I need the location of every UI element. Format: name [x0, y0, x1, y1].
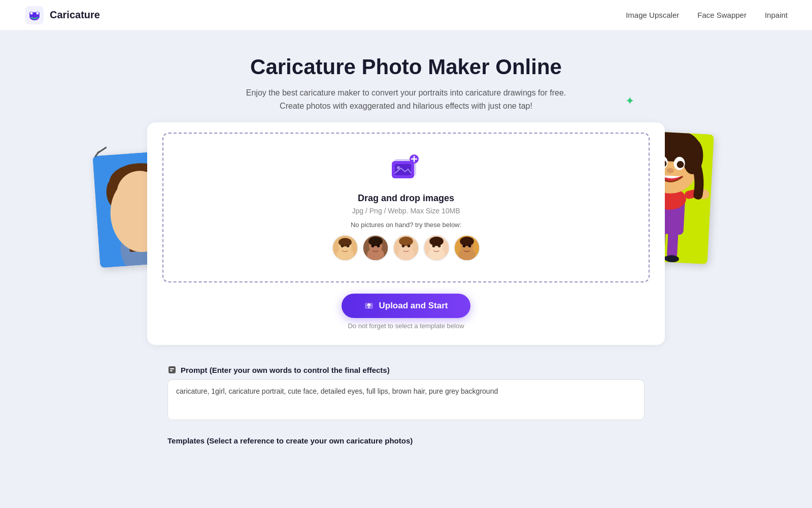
templates-section: Templates (Select a reference to create …: [147, 436, 665, 467]
svg-point-43: [397, 166, 400, 169]
templates-label: Templates (Select a reference to create …: [167, 436, 645, 445]
svg-point-69: [432, 245, 435, 248]
svg-point-50: [339, 238, 352, 247]
deco-spark-top-right: ✦: [625, 94, 634, 108]
sample-images-row: [179, 235, 633, 261]
logo-text: Caricature: [50, 9, 100, 21]
drag-drop-subtitle: Jpg / Png / Webp. Max Size 10MB: [179, 207, 633, 215]
svg-point-57: [371, 245, 375, 248]
upload-btn-icon: [364, 301, 374, 311]
page-title: Caricature Photo Maker Online: [0, 55, 812, 79]
svg-point-5: [37, 12, 39, 14]
svg-rect-80: [170, 368, 174, 369]
sample-prompt-text: No pictures on hand? try these below:: [179, 221, 633, 229]
svg-point-11: [106, 177, 126, 209]
upload-image-icon: [179, 154, 633, 186]
navbar: Caricature Image Upscaler Face Swapper I…: [0, 0, 812, 30]
hero-subtitle: Enjoy the best caricature maker to conve…: [0, 86, 812, 112]
main-content: ✳ ⌒ ✦: [127, 122, 685, 345]
logo-icon: [24, 5, 45, 25]
svg-point-13: [125, 194, 136, 205]
nav-item-faceswapper[interactable]: Face Swapper: [697, 11, 747, 20]
svg-point-62: [399, 237, 413, 246]
logo[interactable]: Caricature: [24, 5, 100, 25]
svg-point-15: [128, 197, 134, 203]
svg-point-74: [460, 237, 474, 246]
upload-start-button[interactable]: Upload and Start: [342, 294, 470, 318]
svg-point-58: [377, 245, 380, 248]
svg-point-75: [463, 245, 466, 248]
sample-face-5[interactable]: [454, 235, 480, 261]
sample-face-2[interactable]: [362, 235, 389, 261]
hero-section: Caricature Photo Maker Online Enjoy the …: [0, 30, 812, 122]
svg-point-64: [408, 245, 411, 248]
upload-hint: Do not forget to select a template below: [162, 322, 650, 330]
svg-point-76: [468, 245, 471, 248]
drag-drop-title: Drag and drop images: [179, 193, 633, 204]
svg-point-68: [429, 237, 444, 246]
prompt-label: Prompt (Enter your own words to control …: [167, 365, 645, 374]
svg-point-4: [30, 12, 33, 14]
prompt-section: Prompt (Enter your own words to control …: [147, 365, 665, 422]
svg-point-70: [438, 245, 441, 248]
svg-rect-81: [170, 370, 173, 371]
nav-links: Image Upscaler Face Swapper Inpaint: [626, 11, 788, 20]
sample-face-1[interactable]: [332, 235, 358, 261]
svg-rect-8: [136, 219, 148, 235]
svg-point-17: [137, 206, 145, 212]
nav-item-inpaint[interactable]: Inpaint: [765, 11, 788, 20]
prompt-input[interactable]: [167, 379, 645, 420]
svg-rect-79: [168, 366, 176, 373]
svg-point-51: [341, 245, 344, 248]
upload-button-area: Upload and Start Do not forget to select…: [162, 294, 650, 330]
sample-face-4[interactable]: [423, 235, 450, 261]
svg-point-56: [368, 237, 383, 246]
upload-section: Drag and drop images Jpg / Png / Webp. M…: [147, 122, 665, 345]
prompt-icon: [167, 365, 177, 374]
svg-point-52: [347, 245, 350, 248]
nav-item-upscaler[interactable]: Image Upscaler: [626, 11, 679, 20]
svg-point-63: [402, 245, 405, 248]
upload-dropzone[interactable]: Drag and drop images Jpg / Png / Webp. M…: [162, 133, 650, 282]
sample-face-3[interactable]: [393, 235, 419, 261]
